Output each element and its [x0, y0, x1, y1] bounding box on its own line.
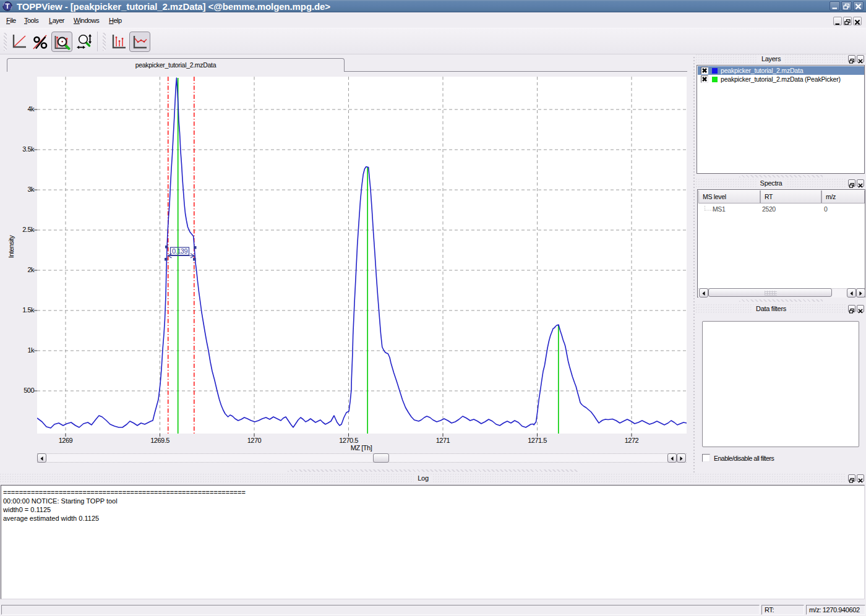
- svg-text:0.139: 0.139: [172, 247, 187, 255]
